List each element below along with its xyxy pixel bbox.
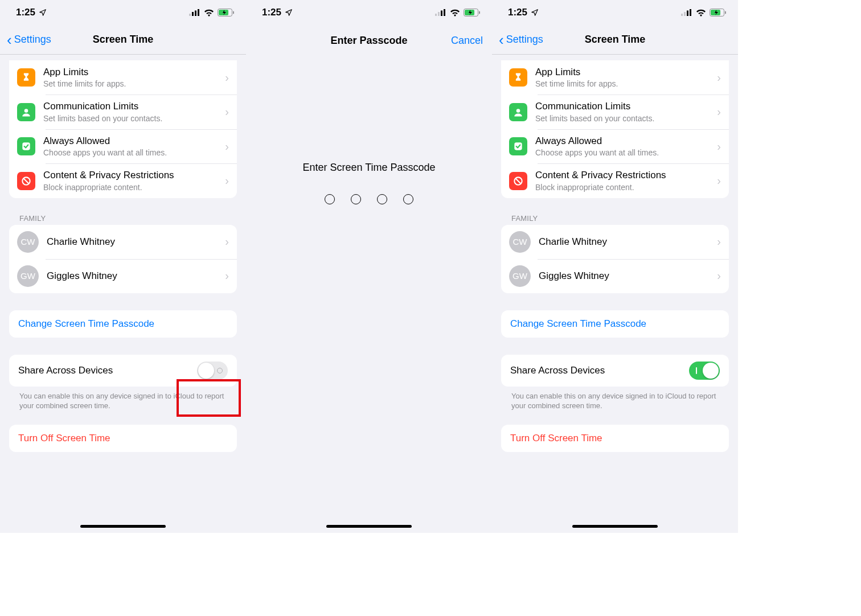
passcode-dot (325, 194, 335, 204)
passcode-prompt: Enter Screen Time Passcode (302, 162, 435, 174)
family-row[interactable]: CW Charlie Whitney › (501, 225, 729, 259)
cellular-icon (435, 9, 446, 16)
chevron-right-icon: › (717, 235, 721, 248)
change-passcode-button[interactable]: Change Screen Time Passcode (9, 310, 237, 338)
person-icon (509, 103, 527, 121)
row-title: Always Allowed (535, 135, 717, 147)
svg-line-10 (23, 178, 28, 183)
row-subtitle: Set limits based on your contacts. (535, 113, 717, 124)
status-bar: 1:25 (246, 0, 492, 25)
family-name: Giggles Whitney (47, 270, 225, 282)
cellular-icon (681, 9, 692, 16)
passcode-dot (351, 194, 361, 204)
checkmark-icon (509, 137, 527, 155)
phone-screen-1: 1:25 ‹ Settings Screen Time App Limits S… (0, 0, 246, 533)
status-bar: 1:25 (0, 0, 246, 25)
cellular-icon (189, 9, 200, 16)
nav-bar: Enter Passcode Cancel (246, 25, 492, 55)
row-subtitle: Set limits based on your contacts. (43, 113, 225, 124)
wifi-icon (450, 9, 460, 17)
family-row[interactable]: GW Giggles Whitney › (501, 259, 729, 293)
svg-rect-14 (444, 9, 445, 16)
family-header: FAMILY (511, 214, 729, 223)
chevron-right-icon: › (225, 174, 229, 187)
home-indicator[interactable] (326, 525, 412, 528)
settings-group: App Limits Set time limits for apps. › C… (501, 60, 729, 198)
share-toggle[interactable] (689, 362, 720, 380)
status-time: 1:25 (16, 7, 35, 18)
row-communication-limits[interactable]: Communication Limits Set limits based on… (501, 95, 729, 129)
row-title: App Limits (43, 66, 225, 78)
settings-group: App Limits Set time limits for apps. › C… (9, 60, 237, 198)
chevron-right-icon: › (717, 105, 721, 118)
nosign-icon (509, 172, 527, 190)
back-button[interactable]: ‹ Settings (499, 32, 543, 47)
share-toggle[interactable] (197, 362, 228, 380)
svg-rect-0 (189, 14, 191, 16)
svg-rect-16 (479, 11, 480, 14)
battery-charging-icon (218, 9, 235, 17)
family-row[interactable]: CW Charlie Whitney › (9, 225, 237, 259)
row-title: Content & Privacy Restrictions (43, 169, 225, 181)
chevron-right-icon: › (225, 269, 229, 282)
row-title: Communication Limits (43, 100, 225, 112)
family-group: CW Charlie Whitney › GW Giggles Whitney … (501, 225, 729, 293)
phone-screen-3: 1:25 ‹ Settings Screen Time App Limits S… (492, 0, 738, 533)
chevron-right-icon: › (225, 105, 229, 118)
svg-rect-11 (435, 14, 437, 16)
chevron-left-icon: ‹ (499, 32, 504, 47)
row-always-allowed[interactable]: Always Allowed Choose apps you want at a… (9, 129, 237, 163)
back-label: Settings (506, 34, 543, 46)
family-header: FAMILY (19, 214, 237, 223)
share-across-devices-row: Share Across Devices (9, 355, 237, 387)
status-bar: 1:25 (492, 0, 738, 25)
hourglass-icon (17, 68, 35, 87)
row-content-privacy[interactable]: Content & Privacy Restrictions Block ina… (9, 163, 237, 198)
share-across-devices-row: Share Across Devices (501, 355, 729, 387)
row-title: App Limits (535, 66, 717, 78)
location-icon (285, 9, 293, 17)
row-app-limits[interactable]: App Limits Set time limits for apps. › (501, 60, 729, 95)
row-always-allowed[interactable]: Always Allowed Choose apps you want at a… (501, 129, 729, 163)
home-indicator[interactable] (572, 525, 658, 528)
wifi-icon (204, 9, 214, 17)
share-label: Share Across Devices (18, 365, 113, 376)
back-button[interactable]: ‹ Settings (7, 32, 51, 47)
svg-rect-12 (438, 12, 440, 16)
change-passcode-button[interactable]: Change Screen Time Passcode (501, 310, 729, 338)
chevron-left-icon: ‹ (7, 32, 12, 47)
location-icon (39, 9, 47, 17)
person-icon (17, 103, 35, 121)
status-time: 1:25 (262, 7, 281, 18)
back-label: Settings (14, 34, 51, 46)
family-name: Giggles Whitney (539, 270, 717, 282)
row-subtitle: Set time limits for apps. (43, 79, 225, 89)
family-group: CW Charlie Whitney › GW Giggles Whitney … (9, 225, 237, 293)
row-app-limits[interactable]: App Limits Set time limits for apps. › (9, 60, 237, 95)
row-content-privacy[interactable]: Content & Privacy Restrictions Block ina… (501, 163, 729, 198)
nav-bar: ‹ Settings Screen Time (492, 25, 738, 55)
turn-off-button[interactable]: Turn Off Screen Time (501, 425, 729, 452)
content-area: App Limits Set time limits for apps. › C… (492, 55, 738, 533)
avatar: GW (509, 265, 531, 287)
row-title: Content & Privacy Restrictions (535, 169, 717, 181)
passcode-content: Enter Screen Time Passcode (246, 55, 492, 204)
svg-rect-1 (192, 12, 194, 16)
phone-screen-2: 1:25 Enter Passcode Cancel Enter Screen … (246, 0, 492, 533)
battery-charging-icon (464, 9, 481, 17)
avatar: CW (509, 231, 531, 253)
family-row[interactable]: GW Giggles Whitney › (9, 259, 237, 293)
home-indicator[interactable] (80, 525, 166, 528)
avatar: GW (17, 265, 39, 287)
svg-rect-13 (441, 11, 442, 17)
row-subtitle: Block inappropriate content. (43, 182, 225, 192)
svg-rect-3 (198, 9, 199, 16)
battery-charging-icon (710, 9, 727, 17)
location-icon (531, 9, 539, 17)
row-subtitle: Block inappropriate content. (535, 182, 717, 192)
row-communication-limits[interactable]: Communication Limits Set limits based on… (9, 95, 237, 129)
cancel-button[interactable]: Cancel (451, 35, 483, 47)
passcode-dot (377, 194, 387, 204)
chevron-right-icon: › (717, 140, 721, 153)
turn-off-button[interactable]: Turn Off Screen Time (9, 425, 237, 452)
